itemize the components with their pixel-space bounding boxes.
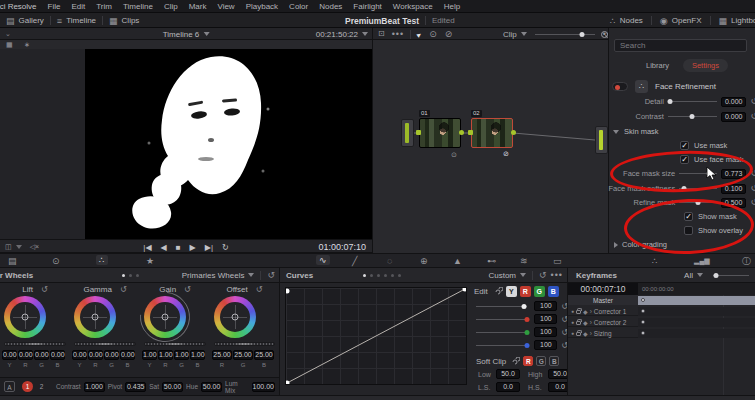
- clips-button[interactable]: Clips: [122, 16, 140, 25]
- app-menu[interactable]: DaVinci Resolve: [0, 2, 37, 11]
- qualifier-icon[interactable]: ╱: [352, 256, 357, 266]
- tab-library[interactable]: Library: [638, 59, 677, 72]
- skip-forward-button[interactable]: ▶|: [205, 243, 213, 252]
- curve-y-value[interactable]: 100: [534, 301, 557, 311]
- track-lock-icon[interactable]: [576, 321, 581, 325]
- track-lock-icon[interactable]: [576, 332, 581, 336]
- track-expand-chevron[interactable]: ›: [590, 308, 592, 315]
- wheels-page-dot[interactable]: [122, 274, 125, 277]
- track-add-keyframe-icon[interactable]: ◆: [583, 319, 588, 326]
- track-enable-dot-icon[interactable]: ●: [571, 308, 574, 314]
- soft-clip-b-button[interactable]: B: [549, 356, 559, 366]
- loop-button[interactable]: ↻: [222, 243, 229, 252]
- gamma-y-value[interactable]: 0.00: [72, 350, 87, 360]
- lummix-field-value[interactable]: 100.00: [252, 382, 275, 392]
- keyframe-track-sizing[interactable]: ● ◆ › Sizing: [568, 328, 755, 338]
- keyframe-dot[interactable]: [641, 298, 645, 302]
- keyframe-track-corrector1[interactable]: ● ◆ › Corrector 1: [568, 306, 755, 316]
- step-back-button[interactable]: ◀: [161, 243, 167, 252]
- track-enable-dot-icon[interactable]: ●: [571, 330, 574, 336]
- keyframes-ruler[interactable]: 00:00:00:00 00:00:05:03: [638, 283, 755, 295]
- show-mask-checkbox[interactable]: ✓: [684, 212, 693, 221]
- timeline-selector[interactable]: Timeline 6: [163, 30, 200, 39]
- corrector-node-01[interactable]: 01: [419, 118, 461, 148]
- curve-b-slider[interactable]: [476, 345, 527, 346]
- contrast-value[interactable]: 0.000: [721, 112, 747, 122]
- keyframes-filter-dropdown[interactable]: All: [684, 271, 693, 280]
- search-input[interactable]: Search: [614, 39, 747, 52]
- corrector-node-02[interactable]: 02: [471, 118, 513, 148]
- sizing-palette-icon[interactable]: ▭: [553, 256, 562, 266]
- track-expand-chevron[interactable]: ›: [590, 319, 592, 326]
- node-01-input-port[interactable]: [416, 130, 421, 135]
- detail-slider[interactable]: [668, 101, 717, 102]
- skip-back-button[interactable]: |◀: [143, 243, 151, 252]
- curve-channel-r-button[interactable]: R: [520, 286, 531, 297]
- lift-reset-icon[interactable]: ↺: [41, 285, 48, 294]
- auto-mode-icon[interactable]: A: [4, 381, 15, 392]
- lift-g-value[interactable]: 0.00: [34, 350, 49, 360]
- sat-field-value[interactable]: 50.00: [162, 382, 183, 392]
- menu-workspace[interactable]: Workspace: [393, 2, 433, 11]
- menu-mark[interactable]: Mark: [189, 2, 207, 11]
- blur-palette-icon[interactable]: ▲: [453, 256, 462, 266]
- offset-g-value[interactable]: 25.00: [233, 350, 253, 360]
- color-wheels-palette-icon[interactable]: ∴: [96, 255, 108, 265]
- timeline-button[interactable]: Timeline: [66, 16, 96, 25]
- gain-master-wheel[interactable]: [144, 342, 206, 346]
- gamma-master-wheel[interactable]: [74, 342, 136, 346]
- offset-reset-icon[interactable]: ↺: [256, 285, 263, 294]
- lift-wheel[interactable]: [4, 296, 46, 338]
- menu-nodes[interactable]: Nodes: [319, 2, 342, 11]
- gain-reset-icon[interactable]: ↺: [184, 285, 191, 294]
- viewer-mode-icon[interactable]: ◫: [5, 242, 22, 252]
- node-02-output-port[interactable]: [511, 130, 516, 135]
- curve-g-slider[interactable]: [476, 332, 527, 333]
- soft-clip-low-value[interactable]: 50.0: [496, 369, 520, 379]
- node-view-icon[interactable]: ∴: [652, 256, 658, 266]
- openfx-button[interactable]: OpenFX: [672, 16, 702, 25]
- menu-file[interactable]: File: [48, 2, 61, 11]
- keyframe-dot[interactable]: [641, 331, 645, 335]
- use-face-mask-checkbox[interactable]: ✓: [680, 155, 689, 164]
- menu-clip[interactable]: Clip: [164, 2, 178, 11]
- effects-star-icon[interactable]: ★: [146, 256, 154, 266]
- keyframe-dot[interactable]: [641, 320, 645, 324]
- node-02-input-port[interactable]: [468, 130, 473, 135]
- tracker-icon[interactable]: ⊕: [420, 256, 428, 266]
- gamma-wheel[interactable]: [74, 296, 116, 338]
- offset-r-value[interactable]: 25.00: [212, 350, 232, 360]
- offset-master-wheel[interactable]: [214, 342, 275, 346]
- track-enable-dot-icon[interactable]: ●: [571, 319, 574, 325]
- track-lock-icon[interactable]: [576, 310, 581, 314]
- scopes-icon[interactable]: ▂▄▆: [694, 256, 710, 266]
- curves-mode-dropdown[interactable]: Custom: [488, 271, 516, 280]
- curves-reset-icon[interactable]: ↺: [539, 271, 547, 280]
- face-mask-softness-reset-icon[interactable]: ↺: [750, 184, 755, 193]
- curve-y-slider[interactable]: [476, 306, 527, 307]
- node-01-output-port[interactable]: [459, 130, 464, 135]
- menu-fairlight[interactable]: Fairlight: [353, 2, 381, 11]
- gain-wheel[interactable]: [144, 296, 186, 338]
- keyframe-track-master[interactable]: Master: [568, 295, 755, 305]
- play-button[interactable]: ▶: [190, 243, 196, 252]
- lift-r-value[interactable]: 0.00: [18, 350, 33, 360]
- gain-r-value[interactable]: 1.00: [158, 350, 173, 360]
- nodes-button[interactable]: Nodes: [620, 16, 643, 25]
- show-overlay-checkbox[interactable]: [684, 226, 693, 235]
- curve-channel-g-button[interactable]: G: [534, 286, 545, 297]
- wheels-page-2[interactable]: 2: [36, 383, 47, 390]
- curves-graph[interactable]: [285, 287, 467, 385]
- refine-mask-value[interactable]: 0.500: [721, 198, 747, 208]
- soft-clip-g-button[interactable]: G: [536, 356, 546, 366]
- output-node[interactable]: [595, 126, 608, 154]
- curves-page-dot[interactable]: [363, 274, 366, 277]
- keyframes-zoom-slider[interactable]: [713, 275, 749, 276]
- grab-tool-icon[interactable]: ⊙: [429, 29, 437, 39]
- expand-icon[interactable]: ⊡: [378, 29, 385, 39]
- soft-clip-link-icon[interactable]: [511, 357, 520, 366]
- curve-b-value[interactable]: 100: [534, 340, 557, 350]
- sizing-track-lane[interactable]: [638, 329, 755, 338]
- gamma-b-value[interactable]: 0.00: [120, 350, 135, 360]
- master-track-lane[interactable]: [638, 296, 755, 305]
